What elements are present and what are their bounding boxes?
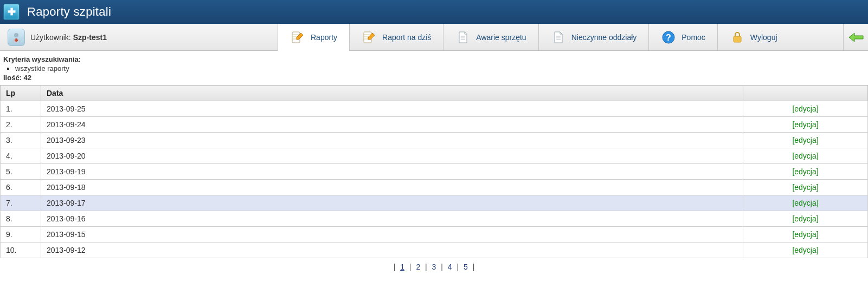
cell-lp: 8. xyxy=(1,211,41,227)
svg-text:?: ? xyxy=(666,33,671,42)
cell-date: 2013-09-24 xyxy=(41,117,743,133)
edit-link[interactable]: [edycja] xyxy=(792,120,818,129)
tab-label: Awarie sprzętu xyxy=(476,33,526,42)
cell-lp: 5. xyxy=(1,164,41,180)
table-row: 6.2013-09-18[edycja] xyxy=(1,180,868,195)
document-icon xyxy=(551,30,566,45)
edit-link[interactable]: [edycja] xyxy=(792,104,818,113)
pager: | 1 | 2 | 3 | 4 | 5 | xyxy=(0,258,868,279)
title-bar: ✚ Raporty szpitali xyxy=(0,0,868,24)
nav-tabs: RaportyRaport na dziśAwarie sprzętuNiecz… xyxy=(278,24,843,50)
criteria-count: Ilość: 42 xyxy=(3,74,865,82)
cell-date: 2013-09-23 xyxy=(41,133,743,148)
cell-action: [edycja] xyxy=(743,180,868,195)
tab-label: Nieczynne oddziały xyxy=(571,33,637,42)
pager-sep: | xyxy=(470,263,476,271)
tab-logout[interactable]: Wyloguj xyxy=(717,24,789,50)
edit-link[interactable]: [edycja] xyxy=(792,152,818,160)
tab-label: Wyloguj xyxy=(750,33,777,42)
cell-date: 2013-09-17 xyxy=(41,195,743,211)
search-criteria: Kryteria wyszukiwania: wszystkie raporty… xyxy=(0,51,868,85)
table-row: 10.2013-09-12[edycja] xyxy=(1,243,868,258)
table-row: 3.2013-09-23[edycja] xyxy=(1,133,868,148)
table-row: 4.2013-09-20[edycja] xyxy=(1,148,868,164)
criteria-count-value: 42 xyxy=(24,74,31,82)
cell-date: 2013-09-19 xyxy=(41,164,743,180)
edit-link[interactable]: [edycja] xyxy=(792,167,818,176)
pager-sep: | xyxy=(422,263,430,271)
criteria-item: wszystkie raporty xyxy=(15,64,865,73)
tab-label: Pomoc xyxy=(681,33,705,42)
pager-page[interactable]: 3 xyxy=(430,263,438,271)
cell-action: [edycja] xyxy=(743,133,868,148)
cell-action: [edycja] xyxy=(743,164,868,180)
table-row: 7.2013-09-17[edycja] xyxy=(1,195,868,211)
cell-lp: 1. xyxy=(1,101,41,117)
cell-lp: 6. xyxy=(1,180,41,195)
back-button[interactable] xyxy=(843,24,868,50)
pager-page[interactable]: 1 xyxy=(398,263,406,271)
col-date: Data xyxy=(41,86,743,101)
edit-link[interactable]: [edycja] xyxy=(792,136,818,145)
tab-closed-wards[interactable]: Nieczynne oddziały xyxy=(538,24,649,50)
user-box: Użytkownik: Szp-test1 xyxy=(0,24,278,50)
doctor-icon xyxy=(10,31,23,44)
cell-date: 2013-09-16 xyxy=(41,211,743,227)
cell-action: [edycja] xyxy=(743,243,868,258)
col-action xyxy=(743,86,868,101)
cell-date: 2013-09-12 xyxy=(41,243,743,258)
cell-date: 2013-09-20 xyxy=(41,148,743,164)
svg-rect-2 xyxy=(15,40,18,41)
cell-date: 2013-09-15 xyxy=(41,227,743,243)
cell-lp: 4. xyxy=(1,148,41,164)
table-row: 5.2013-09-19[edycja] xyxy=(1,164,868,180)
cell-lp: 2. xyxy=(1,117,41,133)
tab-equipment[interactable]: Awarie sprzętu xyxy=(443,24,538,50)
cell-action: [edycja] xyxy=(743,211,868,227)
pager-sep: | xyxy=(454,263,462,271)
svg-rect-19 xyxy=(734,36,741,42)
criteria-count-label: Ilość: xyxy=(3,74,22,82)
cell-action: [edycja] xyxy=(743,148,868,164)
table-row: 2.2013-09-24[edycja] xyxy=(1,117,868,133)
pager-sep: | xyxy=(438,263,446,271)
notebook-pencil-icon xyxy=(290,30,305,45)
help-icon: ? xyxy=(661,30,676,45)
edit-link[interactable]: [edycja] xyxy=(792,183,818,192)
edit-link[interactable]: [edycja] xyxy=(792,199,818,207)
edit-link[interactable]: [edycja] xyxy=(792,246,818,254)
cell-lp: 3. xyxy=(1,133,41,148)
table-row: 1.2013-09-25[edycja] xyxy=(1,101,868,117)
tab-report-today[interactable]: Raport na dziś xyxy=(349,24,443,50)
document-icon xyxy=(455,30,471,45)
tab-label: Raport na dziś xyxy=(382,33,431,42)
pager-page[interactable]: 2 xyxy=(414,263,422,271)
lock-icon xyxy=(730,30,745,45)
table-row: 9.2013-09-15[edycja] xyxy=(1,227,868,243)
criteria-heading: Kryteria wyszukiwania: xyxy=(3,55,865,63)
cell-date: 2013-09-18 xyxy=(41,180,743,195)
cell-lp: 9. xyxy=(1,227,41,243)
cell-action: [edycja] xyxy=(743,227,868,243)
cell-action: [edycja] xyxy=(743,117,868,133)
cell-action: [edycja] xyxy=(743,101,868,117)
app-icon-glyph: ✚ xyxy=(8,6,16,18)
pager-page[interactable]: 4 xyxy=(446,263,454,271)
table-header-row: Lp Data xyxy=(1,86,868,101)
app-icon: ✚ xyxy=(3,4,20,20)
cell-lp: 10. xyxy=(1,243,41,258)
cell-date: 2013-09-25 xyxy=(41,101,743,117)
edit-link[interactable]: [edycja] xyxy=(792,214,818,223)
cell-lp: 7. xyxy=(1,195,41,211)
edit-link[interactable]: [edycja] xyxy=(792,230,818,239)
tab-help[interactable]: ?Pomoc xyxy=(648,24,717,50)
reports-table: Lp Data 1.2013-09-25[edycja]2.2013-09-24… xyxy=(0,85,868,258)
pager-sep: | xyxy=(393,263,399,271)
svg-point-0 xyxy=(14,33,18,37)
criteria-list: wszystkie raporty xyxy=(15,64,865,73)
pager-sep: | xyxy=(406,263,414,271)
back-arrow-icon xyxy=(848,32,864,43)
tab-reports[interactable]: Raporty xyxy=(278,24,349,51)
notebook-pencil-icon xyxy=(362,30,377,45)
pager-page[interactable]: 5 xyxy=(462,263,470,271)
